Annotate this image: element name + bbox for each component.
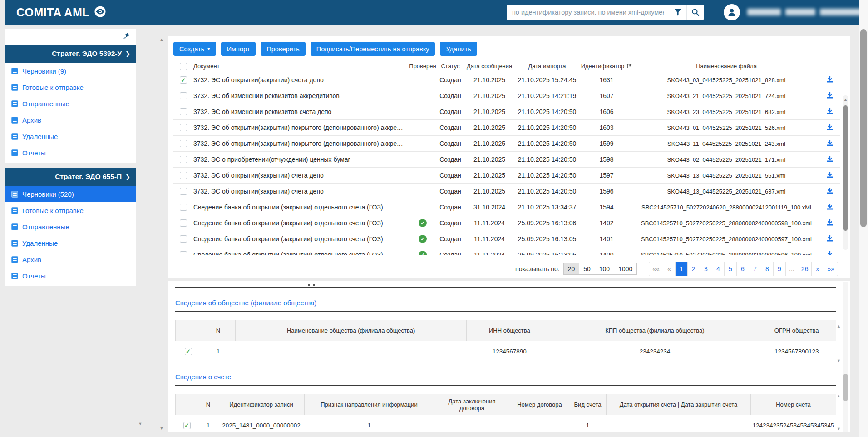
table-row[interactable]: Сведение банка об открытии (закрытии) от…	[173, 199, 840, 215]
scroll-up-icon[interactable]: ▲	[158, 37, 165, 42]
page-button[interactable]: 2	[688, 262, 700, 276]
page-button[interactable]: 26	[798, 262, 812, 276]
row-checkbox[interactable]	[180, 219, 187, 227]
page-button[interactable]: 1	[676, 262, 688, 276]
page-scrollbar-thumb[interactable]	[860, 29, 867, 227]
user-icon[interactable]	[724, 4, 740, 20]
scroll-up-icon[interactable]: ▲	[837, 394, 841, 398]
scroll-down-icon[interactable]: ▼	[158, 426, 165, 431]
toolbar-button-1[interactable]: Импорт	[221, 42, 256, 56]
table-row[interactable]: 3732. ЭС об изменении реквизитов счета д…	[173, 104, 840, 120]
details-scrollbar[interactable]	[843, 282, 848, 432]
page-button[interactable]: ...	[786, 262, 798, 276]
sidebar-item[interactable]: Удаленные	[5, 128, 136, 144]
row-checkbox[interactable]	[180, 76, 187, 84]
select-all-checkbox[interactable]	[180, 63, 187, 70]
column-header[interactable]: Документ	[193, 63, 220, 70]
page-button[interactable]: «	[663, 262, 676, 276]
sidebar-item[interactable]: Архив	[5, 112, 136, 128]
row-checkbox[interactable]	[180, 235, 187, 243]
toolbar-button-2[interactable]: Проверить	[261, 42, 306, 56]
sidebar-item[interactable]: Отчеты	[5, 144, 136, 161]
download-icon[interactable]	[825, 202, 834, 213]
table-row[interactable]: 3732. ЭС об открытии(закрытии) счета деп…	[173, 168, 840, 184]
row-checkbox[interactable]	[180, 156, 187, 163]
download-icon[interactable]	[825, 154, 834, 165]
row-checkbox[interactable]	[180, 140, 187, 147]
column-header[interactable]: Дата импорта	[528, 63, 566, 70]
download-icon[interactable]	[825, 91, 834, 101]
table-row[interactable]: Сведение банка об открытии (закрытии) от…	[173, 231, 840, 247]
sidebar-section-header[interactable]: Стратег. ЭДО 5392-У❯	[5, 45, 136, 63]
row-checkbox[interactable]	[180, 188, 187, 195]
download-icon[interactable]	[825, 107, 834, 117]
details-section-title[interactable]: Сведения о счете	[175, 373, 231, 381]
pin-icon[interactable]	[123, 33, 130, 41]
page-size-option[interactable]: 20	[563, 263, 580, 275]
download-icon[interactable]	[825, 250, 834, 256]
row-checkbox[interactable]	[183, 422, 191, 429]
page-button[interactable]: 6	[737, 262, 749, 276]
table-row[interactable]: 3732. ЭС об открытии(закрытии) счета деп…	[173, 184, 840, 199]
search-input[interactable]	[507, 9, 669, 16]
details-scrollbar-thumb[interactable]	[843, 374, 848, 401]
page-size-option[interactable]: 50	[579, 263, 595, 275]
row-checkbox[interactable]	[180, 92, 187, 99]
row-checkbox[interactable]	[180, 172, 187, 179]
scroll-up-icon[interactable]: ▲	[843, 97, 848, 102]
table-row[interactable]: 3732. ЭС об открытии(закрытии) покрытого…	[173, 136, 840, 152]
page-button[interactable]: 3	[700, 262, 712, 276]
table-row[interactable]: 12025_1481_0000_000000021112423423524534…	[176, 415, 836, 433]
download-icon[interactable]	[825, 186, 834, 197]
page-button[interactable]: 9	[774, 262, 786, 276]
page-button[interactable]: 5	[725, 262, 737, 276]
page-button[interactable]: ««	[649, 262, 663, 276]
sidebar-item[interactable]: Архив	[5, 251, 136, 268]
sidebar-item[interactable]: Готовые к отправке	[5, 202, 136, 218]
sidebar-item[interactable]: Черновики (9)	[5, 63, 136, 79]
column-header[interactable]: Проверен	[409, 63, 436, 70]
sidebar-item[interactable]: Готовые к отправке	[5, 79, 136, 95]
table-row[interactable]: Сведение банка об открытии (закрытии) от…	[173, 247, 840, 255]
row-checkbox[interactable]	[180, 204, 187, 211]
sidebar-item[interactable]: Отправленные	[5, 95, 136, 112]
table-row[interactable]: Сведение банка об открытии (закрытии) от…	[173, 215, 840, 231]
column-header[interactable]: Идентификатор	[581, 63, 632, 70]
download-icon[interactable]	[825, 234, 834, 244]
search-icon[interactable]	[686, 5, 704, 20]
content-scrollbar[interactable]: ▲ ▼	[158, 35, 165, 432]
row-checkbox[interactable]	[180, 108, 187, 115]
page-button[interactable]: »»	[824, 262, 838, 276]
table-row[interactable]: 3732. ЭС о приобретении(отчуждении) ценн…	[173, 152, 840, 168]
download-icon[interactable]	[825, 170, 834, 181]
details-section-title[interactable]: Сведения об обществе (филиале общества)	[175, 299, 316, 307]
column-header[interactable]: Дата сообщения	[467, 63, 512, 70]
page-size-option[interactable]: 100	[595, 263, 614, 275]
sidebar-section-header[interactable]: Стратег. ЭДО 655-П❯	[5, 168, 136, 186]
scroll-up-icon[interactable]: ▲	[837, 324, 841, 328]
page-button[interactable]: »	[812, 262, 824, 276]
column-header[interactable]: Наименование файла	[696, 63, 757, 70]
scroll-down-icon[interactable]: ▼	[137, 422, 143, 426]
page-button[interactable]: 4	[712, 262, 725, 276]
page-scrollbar[interactable]	[859, 0, 868, 437]
sidebar-item[interactable]: Отправленные	[5, 218, 136, 235]
table-row[interactable]: 3732. ЭС об открытии(закрытии) покрытого…	[173, 120, 840, 136]
documents-scrollbar-thumb[interactable]	[843, 105, 848, 231]
sidebar-item[interactable]: Удаленные	[5, 235, 136, 251]
page-button[interactable]: 7	[749, 262, 761, 276]
toolbar-button-3[interactable]: Подписать/Переместить на отправку	[311, 42, 435, 56]
scroll-down-icon[interactable]: ▼	[837, 427, 841, 431]
sidebar-item[interactable]: Отчеты	[5, 268, 136, 284]
download-icon[interactable]	[825, 139, 834, 149]
table-row[interactable]: 112345678902342342341234567890123	[176, 341, 836, 362]
row-checkbox[interactable]	[180, 251, 187, 255]
page-size-option[interactable]: 1000	[614, 263, 637, 275]
download-icon[interactable]	[825, 75, 834, 85]
row-checkbox[interactable]	[180, 124, 187, 131]
page-button[interactable]: 8	[761, 262, 774, 276]
column-header[interactable]: Статус	[441, 63, 459, 70]
table-row[interactable]: 3732. ЭС об изменении реквизитов аккреди…	[173, 88, 840, 104]
toolbar-button-4[interactable]: Удалить	[440, 42, 477, 56]
filter-icon[interactable]	[669, 5, 686, 20]
